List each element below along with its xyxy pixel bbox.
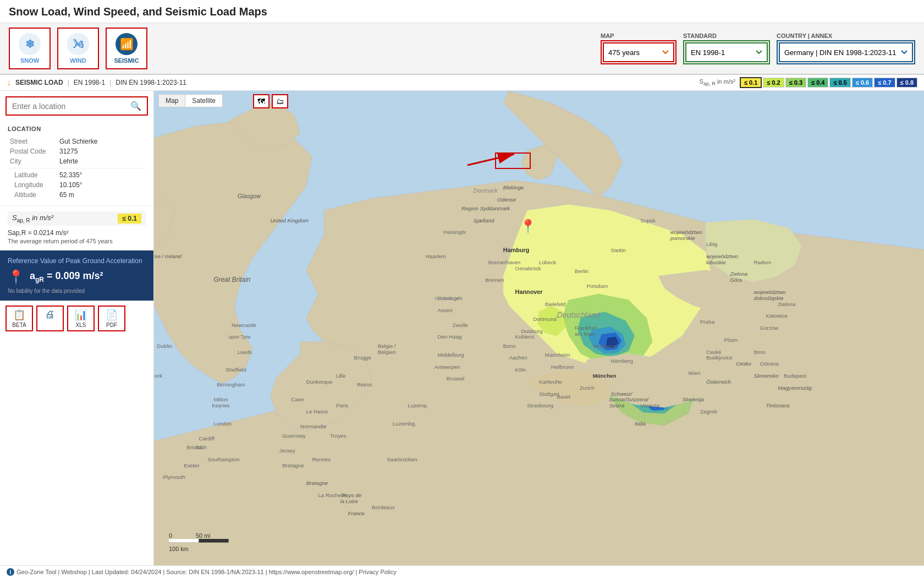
svg-text:la Loire: la Loire <box>340 498 359 504</box>
map-container[interactable]: Map Satellite 🗺 🗂 <box>154 91 924 578</box>
svg-text:Nederland: Nederland <box>435 295 460 301</box>
map-svg: 0 50 mi 100 km Glasgow United Kingdom Gr… <box>154 91 924 578</box>
map-layers-button[interactable]: 🗂 <box>272 94 288 108</box>
svg-text:Haarlem: Haarlem <box>426 253 446 259</box>
svg-text:Brugge: Brugge <box>354 355 371 361</box>
table-row: Altitude 65 m <box>8 190 146 200</box>
svg-text:Belgien: Belgien <box>378 349 396 355</box>
svg-text:Hamburg: Hamburg <box>503 247 530 253</box>
wind-button[interactable]: 🌬 WIND <box>57 28 99 69</box>
svg-text:pomorskie: pomorskie <box>670 235 696 241</box>
field-label-lon: Longitude <box>8 180 57 190</box>
svg-text:Jersey: Jersey <box>279 448 295 454</box>
search-icon: 🔍 <box>130 101 141 111</box>
legend-cell-03: ≤ 0.3 <box>785 78 806 88</box>
svg-text:Budapest: Budapest <box>784 373 806 379</box>
svg-text:Venezia: Venezia <box>641 402 660 408</box>
standard-dropdown-label: STANDARD <box>683 32 770 39</box>
map-select[interactable]: 475 years 100 years 2475 years <box>603 42 674 62</box>
svg-text:Stettin: Stettin <box>610 247 626 253</box>
svg-text:Milton: Milton <box>213 396 228 402</box>
svg-text:Guernsey: Guernsey <box>282 433 305 439</box>
country-dropdown-group: COUNTRY | ANNEX Germany | DIN EN 1998-1:… <box>777 32 915 64</box>
pdf-button[interactable]: 📄 PDF <box>98 306 125 331</box>
svg-text:50 mi: 50 mi <box>196 532 211 539</box>
standard-dropdown-group: STANDARD EN 1998-1 <box>683 32 770 64</box>
tab-satellite[interactable]: Satellite <box>185 95 222 107</box>
svg-text:województwo: województwo <box>670 229 703 235</box>
snow-button[interactable]: ❄ SNOW <box>9 28 51 69</box>
search-input[interactable] <box>12 102 126 111</box>
svg-text:Bordeaux: Bordeaux <box>372 504 395 510</box>
seismic-button[interactable]: 📶 SEISMIC <box>106 28 147 69</box>
svg-text:Bretagne: Bretagne <box>306 480 328 486</box>
seismic-parameter-label: Sap, R in m/s² <box>12 214 53 223</box>
pdf-icon: 📄 <box>106 309 118 321</box>
print-button[interactable]: 🖨 <box>36 306 64 331</box>
footer-text: Geo-Zone Tool | Webshop | Last Updated: … <box>16 569 397 575</box>
country-dropdown-wrapper: Germany | DIN EN 1998-1:2023-11 <box>777 40 915 64</box>
tab-map[interactable]: Map <box>159 95 185 107</box>
svg-text:Aachen: Aachen <box>509 355 527 361</box>
seismic-section: Sap, R in m/s² ≤ 0.1 Sap,R = 0.0214 m/s²… <box>0 206 153 250</box>
svg-text:Ceské: Ceské <box>706 349 722 355</box>
svg-text:Deutschland: Deutschland <box>557 310 601 319</box>
svg-text:Luzemp.: Luzemp. <box>408 402 428 408</box>
svg-text:Reims: Reims <box>357 381 372 388</box>
svg-text:Region Syddanmark: Region Syddanmark <box>461 205 510 211</box>
svg-text:Caen: Caen <box>292 396 304 402</box>
svg-text:United Kingdom: United Kingdom <box>271 217 309 223</box>
svg-text:0: 0 <box>169 532 172 539</box>
footer: i Geo-Zone Tool | Webshop | Last Updated… <box>0 565 924 578</box>
seismic-formula: Sap,R = 0.0214 m/s² <box>8 229 146 237</box>
svg-text:Berlin: Berlin <box>575 268 588 274</box>
xls-button[interactable]: 📊 XLS <box>67 306 95 331</box>
standard-select[interactable]: EN 1998-1 <box>685 42 768 62</box>
svg-text:Bretagne: Bretagne <box>282 462 304 468</box>
country-dropdown-label: COUNTRY | ANNEX <box>777 32 915 39</box>
svg-text:Zielona: Zielona <box>729 271 748 277</box>
svg-text:Plzen: Plzen <box>724 337 737 343</box>
svg-text:Magyarország: Magyarország <box>778 385 812 391</box>
svg-text:Exeter: Exeter <box>184 462 200 468</box>
svg-text:Plymouth: Plymouth <box>163 474 185 480</box>
svg-text:Rennes: Rennes <box>312 456 331 462</box>
svg-text:Svizra: Svizra <box>609 402 625 408</box>
legend-cell-01: ≤ 0.1 <box>740 77 762 88</box>
svg-text:Belgie /: Belgie / <box>378 343 396 349</box>
svg-text:Katowice: Katowice <box>766 313 788 319</box>
seismic-label: SEISMIC <box>114 57 139 64</box>
svg-text:Cork: Cork <box>154 373 162 379</box>
svg-text:Budějovice: Budějovice <box>706 355 733 361</box>
svg-text:Lübeck: Lübeck <box>539 259 557 265</box>
svg-text:Éire / Ireland: Éire / Ireland <box>154 253 182 259</box>
location-section: LOCATION Street Gut Schierke Postal Code… <box>0 120 153 206</box>
field-value-lon: 10.105° <box>57 180 146 190</box>
svg-text:Den Haag: Den Haag <box>437 334 461 340</box>
ref-formula: agR = 0.009 m/s² <box>30 270 103 283</box>
search-box[interactable]: 🔍 <box>6 96 148 116</box>
svg-text:Odense: Odense <box>497 197 516 203</box>
google-maps-button[interactable]: 🗺 <box>253 94 270 108</box>
seismic-note: The average return period of 475 years <box>8 238 146 244</box>
svg-text:Southampton: Southampton <box>208 456 240 462</box>
svg-text:Zagreb: Zagreb <box>700 408 717 415</box>
info-icon: i <box>7 568 14 576</box>
svg-text:lubuskie: lubuskie <box>706 259 726 265</box>
svg-text:dolnośląskie: dolnośląskie <box>754 295 784 301</box>
beta-button[interactable]: 📋 BETA <box>6 306 33 331</box>
svg-text:Schweiz/: Schweiz/ <box>610 391 632 397</box>
country-select[interactable]: Germany | DIN EN 1998-1:2023-11 <box>779 42 913 62</box>
svg-text:Brno: Brno <box>754 349 766 355</box>
svg-text:am Main: am Main <box>575 331 595 337</box>
svg-text:Normandie: Normandie <box>300 423 327 429</box>
legend-bar: Sap, R in m/s² ≤ 0.1 ≤ 0.2 ≤ 0.3 ≤ 0.4 ≤… <box>700 77 917 88</box>
svg-text:Stuttgart: Stuttgart <box>539 391 559 397</box>
svg-text:Góra: Góra <box>730 277 742 283</box>
svg-text:Italia: Italia <box>635 421 646 427</box>
pipe2: | <box>109 79 111 86</box>
ref-panel-title: Reference Value of Peak Ground Accelerat… <box>8 257 146 265</box>
table-row: City Lehrte <box>8 156 146 166</box>
load-type-label: SEISMIC LOAD <box>15 79 63 86</box>
annex-status: DIN EN 1998-1:2023-11 <box>116 79 186 86</box>
